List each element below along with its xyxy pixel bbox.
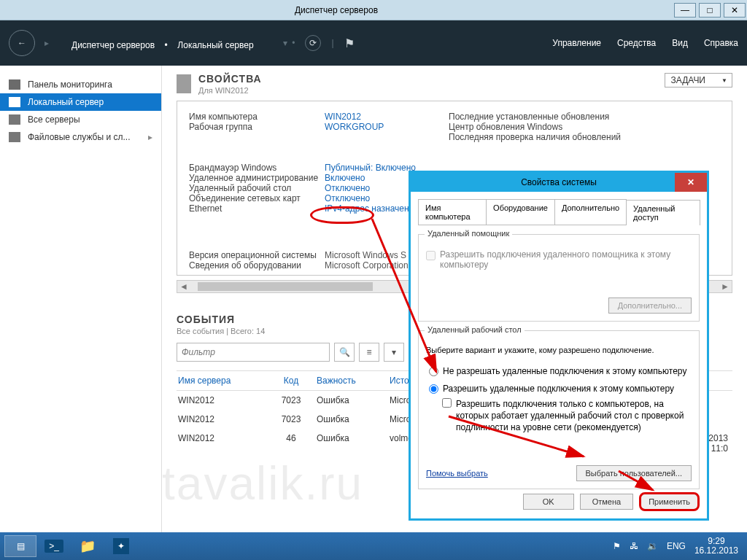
search-button[interactable]: 🔍 — [334, 343, 355, 362]
select-users-button[interactable]: Выбрать пользователей... — [576, 465, 692, 481]
advanced-button[interactable]: Дополнительно... — [608, 298, 692, 314]
app-header: ← ▸ Диспетчер серверов • Локальный серве… — [0, 20, 747, 66]
menu-help[interactable]: Справка — [704, 38, 738, 48]
taskbar-server-manager[interactable]: ▤ — [4, 535, 36, 557]
scroll-right-icon[interactable]: ► — [719, 281, 732, 292]
prop-key: Версия операционной системы — [189, 250, 325, 260]
sidebar-item-all-servers[interactable]: Все серверы — [0, 111, 161, 128]
menu-view[interactable]: Вид — [672, 38, 688, 48]
tray-flag-icon[interactable]: ⚑ — [613, 541, 621, 551]
minimize-button[interactable]: — — [674, 3, 696, 18]
close-window-button[interactable]: ✕ — [724, 3, 746, 18]
arrow-left-icon: ← — [18, 38, 26, 48]
filter-button[interactable]: ≡ — [359, 343, 379, 362]
tab-advanced[interactable]: Дополнительно — [554, 199, 627, 225]
group-lead-text: Выберите вариант и укажите, кому разреше… — [426, 346, 692, 354]
scrollbar-thumb[interactable] — [198, 282, 373, 291]
tray-sound-icon[interactable]: 🔉 — [647, 541, 658, 551]
remote-desktop-group: Удаленный рабочий стол Выберите вариант … — [418, 330, 700, 489]
prop-key: Объединение сетевых карт — [189, 193, 325, 203]
help-choose-link[interactable]: Помочь выбрать — [426, 469, 488, 478]
taskbar-app[interactable]: ✦ — [105, 535, 137, 557]
header-icons: ▾ • ⟳ | ⚑ — [283, 35, 355, 51]
col-server[interactable]: Имя сервера — [178, 376, 266, 386]
radio-label: Не разрешать удаленные подключения к это… — [443, 366, 686, 376]
menu-tools[interactable]: Средства — [617, 38, 656, 48]
options-button[interactable]: ▾ — [384, 343, 404, 362]
maximize-button[interactable]: □ — [699, 3, 721, 18]
radio-input[interactable] — [429, 384, 438, 394]
properties-header: СВОЙСТВА Для WIN2012 ЗАДАЧИ — [177, 73, 732, 95]
taskbar-powershell[interactable]: >_ — [38, 535, 70, 557]
header-menu: Управление Средства Вид Справка — [552, 38, 738, 48]
prop-key: Брандмауэр Windows — [189, 163, 325, 173]
col-code[interactable]: Код — [266, 376, 317, 386]
dialog-title: Свойства системы — [521, 177, 597, 187]
system-tray: ⚑ 🖧 🔉 ENG 9:29 16.12.2013 — [613, 537, 743, 556]
computer-name-link[interactable]: WIN2012 — [325, 112, 449, 122]
taskbar-explorer[interactable]: 📁 — [71, 535, 104, 557]
tray-clock[interactable]: 9:29 16.12.2013 — [694, 537, 738, 556]
radio-input[interactable] — [429, 367, 438, 376]
menu-manage[interactable]: Управление — [552, 38, 601, 48]
cell-code: 46 — [266, 433, 317, 454]
dash-separator: ▾ • — [283, 38, 295, 48]
sidebar-item-dashboard[interactable]: Панель мониторинга — [0, 76, 161, 93]
servers-icon — [9, 114, 20, 125]
cancel-button[interactable]: Отмена — [580, 494, 633, 510]
dashboard-icon — [9, 79, 20, 90]
flag-icon[interactable]: ⚑ — [344, 36, 355, 50]
nla-only-checkbox[interactable]: Разрешить подключения только с компьютер… — [442, 398, 692, 434]
prop-key: Последние установленные обновления — [449, 112, 720, 122]
nav-forward-button[interactable]: ▸ — [39, 36, 54, 50]
cell-server: WIN2012 — [178, 414, 266, 424]
firewall-link[interactable]: Публичный: Включено — [325, 163, 449, 173]
apply-button[interactable]: Применить — [639, 492, 700, 511]
cell-server: WIN2012 — [178, 433, 266, 454]
col-severity[interactable]: Важность — [317, 376, 390, 386]
cell-severity: Ошибка — [317, 414, 390, 424]
breadcrumb-current: Локальный сервер — [177, 40, 253, 50]
prop-key: Удаленный рабочий стол — [189, 183, 325, 193]
sidebar-item-label: Локальный сервер — [28, 97, 104, 107]
section-accent-icon — [177, 74, 191, 93]
system-properties-dialog: Свойства системы ✕ Имя компьютера Оборуд… — [410, 172, 708, 519]
cell-code: 7023 — [266, 414, 317, 424]
tray-network-icon[interactable]: 🖧 — [630, 541, 638, 551]
server-icon — [9, 97, 20, 107]
chevron-right-icon: • — [165, 40, 168, 50]
checkbox-input[interactable] — [442, 398, 452, 408]
sidebar: Панель мониторинга Локальный сервер Все … — [0, 66, 162, 532]
arrow-right-icon: ▸ — [44, 38, 49, 48]
tab-hardware[interactable]: Оборудование — [486, 199, 555, 225]
tab-remote-access[interactable]: Удаленный доступ — [626, 200, 700, 225]
dialog-close-button[interactable]: ✕ — [675, 173, 707, 192]
tasks-dropdown[interactable]: ЗАДАЧИ — [665, 73, 732, 88]
nav-back-button[interactable]: ← — [9, 30, 35, 56]
breadcrumb-root[interactable]: Диспетчер серверов — [71, 40, 155, 50]
radio-disallow-remote[interactable]: Не разрешать удаленные подключения к это… — [429, 366, 692, 376]
powershell-icon: >_ — [44, 540, 63, 553]
radio-label: Разрешить удаленные подключения к этому … — [443, 384, 674, 394]
checkbox-input[interactable] — [426, 251, 436, 260]
allow-remote-assistance-checkbox[interactable]: Разрешить подключения удаленного помощни… — [426, 249, 692, 270]
watermark-text: tavalik.ru — [162, 456, 363, 510]
window-controls: — □ ✕ — [673, 1, 747, 19]
sidebar-item-file-services[interactable]: Файловые службы и сл... ▸ — [0, 128, 161, 146]
cell-server: WIN2012 — [178, 395, 266, 405]
dialog-tabs: Имя компьютера Оборудование Дополнительн… — [418, 199, 700, 225]
refresh-icon[interactable]: ⟳ — [305, 35, 321, 51]
scroll-left-icon[interactable]: ◄ — [177, 281, 190, 292]
ok-button[interactable]: OK — [523, 494, 574, 510]
radio-allow-remote[interactable]: Разрешить удаленные подключения к этому … — [429, 384, 692, 394]
chevron-down-icon: ▾ — [392, 347, 396, 357]
tray-language[interactable]: ENG — [667, 541, 686, 551]
tab-computer-name[interactable]: Имя компьютера — [418, 199, 487, 225]
workgroup-link[interactable]: WORKGROUP — [325, 122, 449, 132]
dialog-titlebar[interactable]: Свойства системы ✕ — [411, 173, 707, 192]
server-manager-icon: ▤ — [17, 541, 25, 551]
events-filter-input[interactable] — [177, 343, 330, 362]
sidebar-item-local-server[interactable]: Локальный сервер — [0, 93, 161, 111]
taskbar: ▤ >_ 📁 ✦ ⚑ 🖧 🔉 ENG 9:29 16.12.2013 — [0, 532, 747, 560]
cell-severity: Ошибка — [317, 395, 390, 405]
